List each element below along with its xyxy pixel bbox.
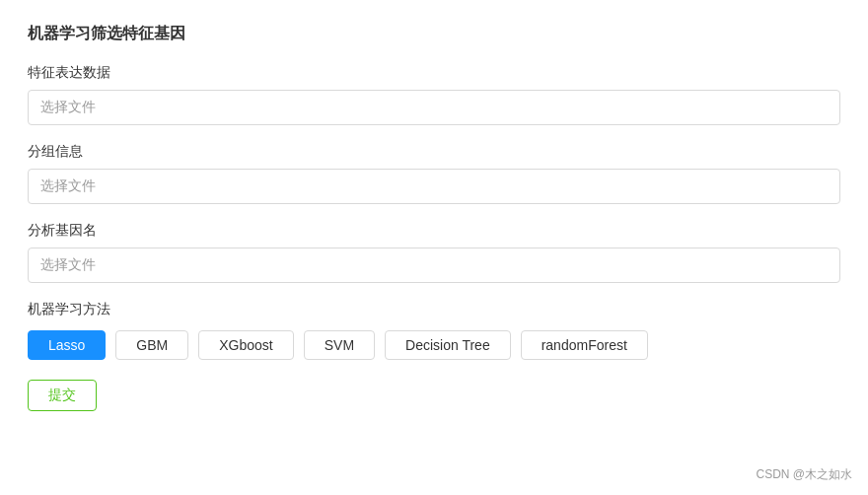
file-input-1-placeholder: 选择文件 <box>40 177 96 195</box>
file-input-2-placeholder: 选择文件 <box>40 256 96 274</box>
file-input-0-placeholder: 选择文件 <box>40 99 96 116</box>
method-btn-lasso[interactable]: Lasso <box>28 330 106 360</box>
submit-button[interactable]: 提交 <box>28 380 97 411</box>
methods-label: 机器学习方法 <box>28 301 840 318</box>
file-input-0[interactable]: 选择文件 <box>28 90 840 125</box>
method-btn-xgboost[interactable]: XGboost <box>198 330 293 360</box>
file-input-2[interactable]: 选择文件 <box>28 248 840 283</box>
method-btn-random-forest[interactable]: randomForest <box>521 330 648 360</box>
main-container: 机器学习筛选特征基因 特征表达数据 选择文件 分组信息 选择文件 分析基因名 选… <box>0 0 868 435</box>
method-btn-svm[interactable]: SVM <box>304 330 375 360</box>
section-label-2: 分析基因名 <box>28 222 840 240</box>
method-btn-gbm[interactable]: GBM <box>115 330 188 360</box>
section-label-0: 特征表达数据 <box>28 64 840 82</box>
file-input-1[interactable]: 选择文件 <box>28 169 840 204</box>
method-buttons-group: Lasso GBM XGboost SVM Decision Tree rand… <box>28 330 840 360</box>
method-btn-decision-tree[interactable]: Decision Tree <box>385 330 511 360</box>
section-label-1: 分组信息 <box>28 143 840 161</box>
page-title: 机器学习筛选特征基因 <box>28 24 840 44</box>
footer-credit: CSDN @木之如水 <box>756 466 852 483</box>
